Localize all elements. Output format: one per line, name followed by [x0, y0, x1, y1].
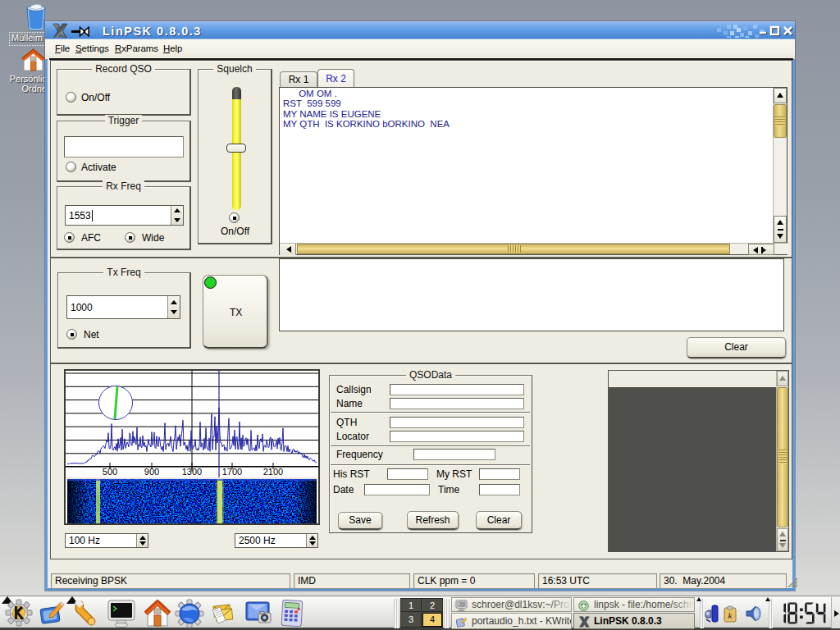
svg-text:1300: 1300 — [182, 467, 202, 477]
svg-text:1700: 1700 — [222, 467, 242, 477]
svg-text:500: 500 — [103, 467, 117, 477]
svg-text:900: 900 — [144, 467, 159, 477]
svg-text:2100: 2100 — [263, 467, 283, 477]
